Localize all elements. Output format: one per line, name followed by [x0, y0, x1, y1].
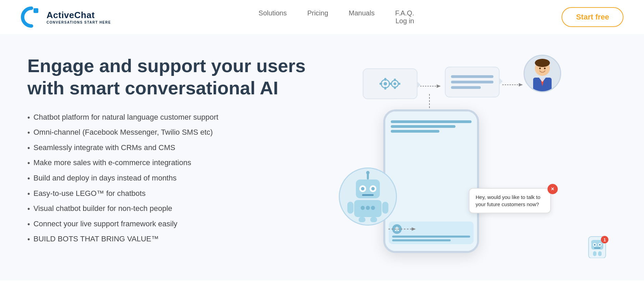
svg-rect-0 [34, 8, 38, 13]
nav-login[interactable]: Log in [396, 17, 414, 25]
svg-rect-55 [594, 248, 601, 249]
svg-rect-44 [382, 202, 388, 214]
nav-manuals[interactable]: Manuals [349, 9, 375, 17]
lines-bubble [445, 67, 500, 97]
hero-section: Engage and support your users with smart… [0, 34, 644, 280]
svg-point-8 [394, 82, 396, 85]
logo-text-group: ActiveChat CONVERSATIONS START HERE [47, 10, 111, 24]
list-item: BUILD BOTS THAT BRING VALUE™ [27, 235, 322, 244]
msg-line [392, 236, 470, 238]
svg-rect-46 [370, 217, 377, 222]
phone-msg-line [391, 120, 472, 123]
nav-row-bottom: Log in [259, 17, 414, 25]
list-item: Visual chatbot builder for non-tech peop… [27, 204, 322, 214]
svg-rect-11 [389, 83, 391, 85]
list-item: Seamlessly integrate with CRMs and CMS [27, 143, 322, 153]
gear-bubble [363, 68, 417, 99]
nav-solutions[interactable]: Solutions [259, 9, 287, 17]
notification-badge: 1 [601, 236, 608, 243]
phone-message-lines [391, 120, 472, 133]
svg-point-40 [361, 206, 365, 210]
chat-close-button[interactable]: × [548, 184, 558, 194]
logo-subtitle: CONVERSATIONS START HERE [47, 21, 111, 24]
nav-row-top: Solutions Pricing Manuals F.A.Q. [259, 9, 414, 17]
svg-rect-45 [359, 217, 365, 222]
main-nav: Solutions Pricing Manuals F.A.Q. Log in [259, 9, 414, 25]
list-item: Connect your live support framework easi… [27, 219, 322, 229]
svg-marker-14 [437, 84, 441, 88]
bubble-line [451, 81, 493, 83]
hero-title: Engage and support your users with smart… [27, 55, 322, 99]
illustration-area: Hey, would you like to talk to your futu… [335, 55, 616, 267]
svg-point-23 [544, 68, 546, 69]
svg-rect-43 [347, 202, 353, 214]
list-item: Easy-to-use LEGO™ for chatbots [27, 189, 322, 199]
svg-point-32 [366, 171, 370, 174]
svg-rect-57 [598, 251, 602, 256]
arrow-right-icon [420, 83, 441, 90]
person-avatar [524, 55, 561, 92]
svg-rect-10 [394, 86, 396, 89]
phone-bottom-message [389, 222, 474, 244]
person-icon [527, 59, 558, 91]
list-item: Omni-channel (Facebook Messenger, Twilio… [27, 128, 322, 138]
gears-icon [376, 75, 404, 93]
list-item: Build and deploy in days instead of mont… [27, 174, 322, 184]
msg-line [392, 239, 451, 241]
svg-point-42 [371, 206, 375, 210]
svg-rect-9 [394, 79, 396, 81]
svg-rect-5 [379, 83, 382, 85]
hero-illustration: Hey, would you like to talk to your futu… [335, 55, 616, 267]
header: ActiveChat CONVERSATIONS START HERE Solu… [0, 0, 644, 34]
svg-point-53 [594, 244, 595, 246]
list-item: Chatbot platform for natural language cu… [27, 113, 322, 123]
svg-rect-3 [384, 78, 386, 81]
hero-left: Engage and support your users with smart… [27, 55, 322, 250]
svg-point-37 [371, 187, 375, 190]
svg-point-18 [535, 59, 550, 67]
logo-area: ActiveChat CONVERSATIONS START HERE [21, 6, 111, 28]
chat-popup: Hey, would you like to talk to your futu… [469, 188, 551, 213]
svg-rect-4 [384, 87, 386, 90]
arrow-right-2-icon [502, 81, 523, 88]
hero-features-list: Chatbot platform for natural language cu… [27, 113, 322, 244]
svg-point-22 [539, 68, 541, 69]
svg-point-2 [384, 82, 387, 85]
robot-icon [346, 171, 390, 222]
robot-circle [339, 168, 397, 226]
svg-point-41 [366, 206, 370, 210]
nav-pricing[interactable]: Pricing [307, 9, 328, 17]
svg-marker-48 [412, 227, 416, 231]
list-item: Make more sales with e-commerce integrat… [27, 158, 322, 168]
mini-robot-widget[interactable]: 1 [585, 236, 609, 263]
phone-msg-line [391, 125, 455, 128]
nav-faq[interactable]: F.A.Q. [395, 9, 414, 17]
phone-msg-line [391, 130, 439, 133]
svg-point-54 [599, 244, 601, 246]
svg-point-36 [361, 187, 364, 190]
bubble-line [451, 86, 481, 89]
dashed-arrow-robot-icon [388, 226, 416, 232]
logo-icon [21, 6, 42, 28]
svg-marker-16 [519, 83, 523, 86]
bubble-line [451, 75, 493, 78]
svg-rect-56 [593, 251, 596, 256]
logo-title: ActiveChat [47, 10, 111, 21]
svg-rect-58 [591, 241, 593, 244]
start-free-button[interactable]: Start free [562, 7, 623, 27]
svg-rect-38 [362, 194, 374, 196]
svg-rect-12 [398, 83, 400, 85]
